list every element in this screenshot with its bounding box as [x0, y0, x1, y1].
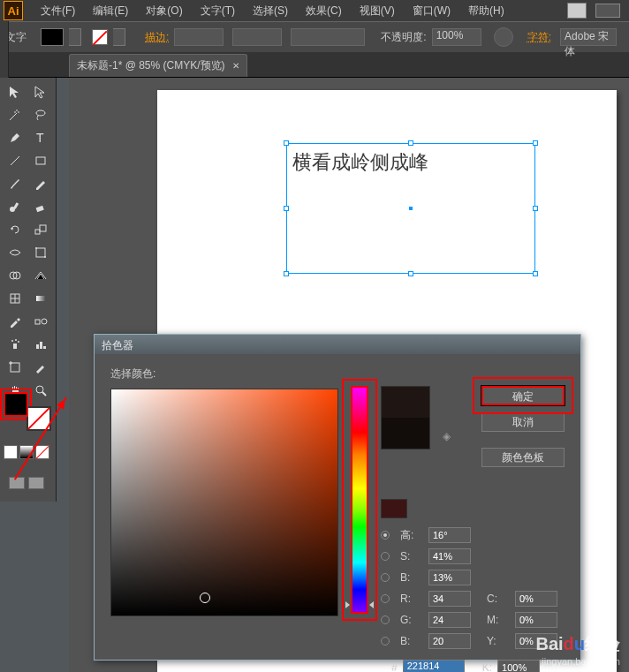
- lasso-tool[interactable]: [29, 104, 53, 125]
- menu-effect[interactable]: 效果(C): [297, 0, 351, 22]
- direct-selection-tool[interactable]: [29, 81, 53, 102]
- radio-g[interactable]: [381, 615, 390, 624]
- menu-type[interactable]: 文字(T): [192, 0, 244, 22]
- cube-icon[interactable]: ◈: [443, 430, 455, 442]
- handle-tl[interactable]: [284, 140, 289, 146]
- bb-input[interactable]: 20: [428, 633, 471, 649]
- handle-mr[interactable]: [533, 206, 538, 211]
- pen-tool[interactable]: [4, 127, 27, 148]
- text-frame[interactable]: 横看成岭侧成峰: [286, 143, 535, 274]
- blend-tool[interactable]: [29, 311, 53, 332]
- close-icon[interactable]: ✕: [232, 61, 239, 71]
- screen-mode-full-icon[interactable]: [28, 477, 44, 489]
- color-mode-none[interactable]: [35, 445, 49, 459]
- menu-help[interactable]: 帮助(H): [459, 0, 513, 22]
- s-input[interactable]: 41%: [428, 548, 471, 564]
- color-cursor[interactable]: [200, 593, 210, 603]
- menu-file[interactable]: 文件(F): [32, 0, 84, 22]
- fill-stroke-control[interactable]: [4, 392, 42, 431]
- radio-s[interactable]: [381, 552, 390, 561]
- column-graph-tool[interactable]: [29, 334, 53, 355]
- left-collapse-bar2[interactable]: [0, 53, 9, 78]
- artboard-tool[interactable]: [4, 357, 27, 378]
- m-input[interactable]: 0%: [515, 612, 557, 628]
- width-tool[interactable]: [4, 242, 27, 263]
- y-label: Y:: [487, 635, 512, 647]
- bridge-icon[interactable]: [567, 3, 587, 19]
- cancel-button[interactable]: 取消: [481, 412, 565, 432]
- handle-tm[interactable]: [408, 140, 413, 146]
- left-collapse-bar[interactable]: [0, 21, 9, 53]
- shape-builder-tool[interactable]: [4, 265, 27, 286]
- handle-bl[interactable]: [284, 271, 289, 276]
- pencil-tool[interactable]: [29, 173, 53, 194]
- hex-input[interactable]: 221814: [403, 660, 465, 672]
- svg-rect-9: [36, 248, 45, 257]
- hue-slider[interactable]: [351, 386, 368, 614]
- g-label: G:: [400, 614, 425, 626]
- brush-input[interactable]: [291, 28, 365, 46]
- svg-line-31: [42, 392, 46, 396]
- hex-label: #: [391, 661, 398, 672]
- character-label[interactable]: 字符:: [527, 30, 551, 45]
- symbol-sprayer-tool[interactable]: [4, 334, 27, 355]
- handle-br[interactable]: [533, 271, 538, 276]
- document-tab[interactable]: 未标题-1* @ 85% (CMYK/预览) ✕: [69, 54, 247, 77]
- stroke-label[interactable]: 描边:: [145, 30, 169, 45]
- radio-r[interactable]: [381, 594, 390, 603]
- variable-width-input[interactable]: [232, 28, 282, 46]
- swatches-button[interactable]: 颜色色板: [481, 448, 565, 467]
- magic-wand-tool[interactable]: [4, 104, 27, 125]
- perspective-grid-tool[interactable]: [29, 265, 53, 286]
- radio-bb[interactable]: [381, 637, 390, 646]
- menu-select[interactable]: 选择(S): [244, 0, 297, 22]
- fill-dropdown[interactable]: [69, 28, 81, 46]
- dialog-title[interactable]: 拾色器: [95, 335, 580, 354]
- hue-indicator-left: [345, 601, 353, 608]
- fill-swatch[interactable]: [41, 28, 64, 46]
- saturation-brightness-field[interactable]: [110, 389, 338, 616]
- eyedropper-tool[interactable]: [4, 311, 27, 332]
- rotate-tool[interactable]: [4, 219, 27, 240]
- handle-ml[interactable]: [284, 206, 289, 211]
- h-label: 高:: [400, 528, 425, 543]
- g-input[interactable]: 24: [428, 612, 471, 628]
- text-content[interactable]: 横看成岭侧成峰: [287, 144, 534, 181]
- type-tool[interactable]: T: [29, 127, 53, 148]
- stroke-swatch-none[interactable]: [92, 29, 108, 45]
- menu-edit[interactable]: 编辑(E): [84, 0, 137, 22]
- menu-window[interactable]: 窗口(W): [404, 0, 459, 22]
- selection-tool[interactable]: [4, 81, 27, 102]
- c-input[interactable]: 0%: [515, 591, 557, 607]
- fill-color-box[interactable]: [4, 392, 28, 417]
- handle-bm[interactable]: [408, 271, 413, 276]
- opacity-input[interactable]: 100%: [432, 28, 481, 46]
- scale-tool[interactable]: [29, 219, 53, 240]
- handle-tr[interactable]: [533, 140, 538, 146]
- radio-b[interactable]: [381, 573, 390, 582]
- screen-mode-normal-icon[interactable]: [9, 477, 25, 489]
- eraser-tool[interactable]: [29, 196, 53, 217]
- style-icon[interactable]: [494, 27, 513, 47]
- h-input[interactable]: 16°: [428, 527, 471, 543]
- rectangle-tool[interactable]: [29, 150, 53, 171]
- k-input[interactable]: 100%: [497, 660, 540, 672]
- arrange-icon[interactable]: [595, 4, 620, 18]
- menu-object[interactable]: 对象(O): [137, 0, 191, 22]
- font-family-input[interactable]: Adobe 宋体: [560, 28, 617, 46]
- color-mode-solid[interactable]: [4, 445, 18, 459]
- stroke-weight-input[interactable]: [174, 28, 224, 46]
- line-tool[interactable]: [4, 150, 27, 171]
- blob-brush-tool[interactable]: [4, 196, 27, 217]
- paintbrush-tool[interactable]: [4, 173, 27, 194]
- mesh-tool[interactable]: [4, 288, 27, 309]
- slice-tool[interactable]: [29, 357, 53, 378]
- stroke-dropdown[interactable]: [113, 28, 125, 46]
- radio-h[interactable]: [381, 531, 390, 540]
- b-input[interactable]: 13%: [428, 570, 471, 585]
- free-transform-tool[interactable]: [29, 242, 53, 263]
- gradient-tool[interactable]: [29, 288, 53, 309]
- r-input[interactable]: 34: [428, 591, 471, 607]
- out-of-gamut-swatch[interactable]: [381, 499, 407, 518]
- menu-view[interactable]: 视图(V): [351, 0, 404, 22]
